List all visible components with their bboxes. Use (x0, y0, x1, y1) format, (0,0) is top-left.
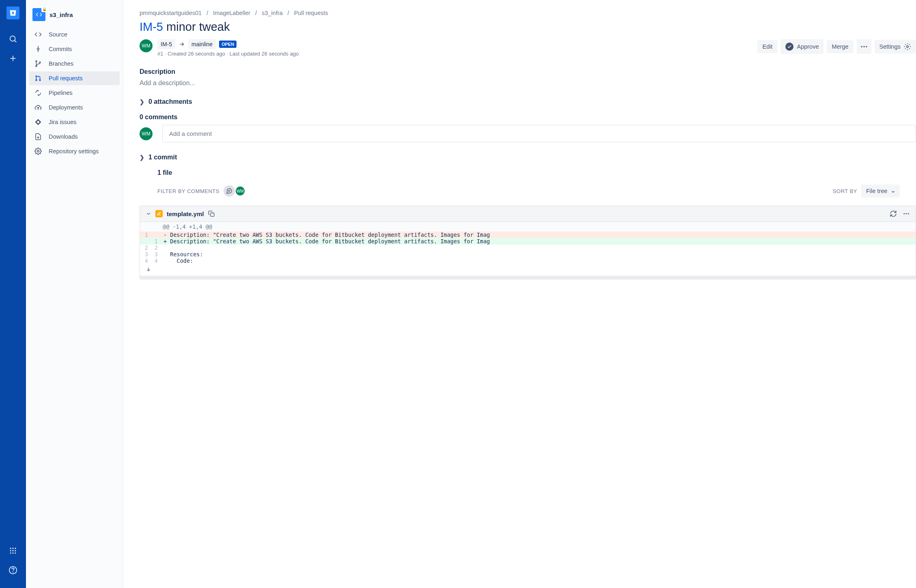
attachments-toggle[interactable]: ❯ 0 attachments (140, 98, 916, 105)
breadcrumb-section[interactable]: Pull requests (294, 10, 328, 16)
svg-point-35 (903, 213, 905, 215)
breadcrumb-workspace[interactable]: pmmquickstartguides01 (140, 10, 202, 16)
modified-badge-icon (155, 210, 163, 217)
pr-meta-row: WM IM-5 mainline OPEN #1 · Created 26 se… (140, 39, 916, 57)
svg-point-31 (907, 46, 909, 48)
diff-file-name[interactable]: template.yml (167, 210, 204, 217)
refresh-icon[interactable] (890, 210, 897, 217)
gear-icon (904, 43, 911, 50)
svg-point-15 (37, 48, 39, 50)
filter-all-comments-icon[interactable] (224, 185, 235, 197)
diff-line[interactable]: 1Description: "Create two AWS S3 buckets… (140, 238, 916, 245)
sidebar-item-downloads[interactable]: Downloads (29, 130, 120, 144)
sort-select[interactable]: File tree (861, 185, 900, 197)
apps-icon[interactable] (5, 543, 21, 559)
pr-state-badge: OPEN (219, 41, 237, 48)
sidebar-item-pull-requests[interactable]: Pull requests (29, 71, 120, 85)
diff-line[interactable]: 44 Code: (140, 258, 916, 264)
sidebar-item-label: Repository settings (49, 148, 99, 155)
filter-user-avatar[interactable]: WM (236, 187, 245, 195)
svg-point-37 (908, 213, 909, 215)
author-avatar[interactable]: WM (140, 39, 153, 52)
svg-point-30 (866, 46, 867, 47)
pull-request-icon (33, 75, 43, 82)
sidebar-item-deployments[interactable]: Deployments (29, 101, 120, 114)
svg-point-26 (37, 150, 39, 152)
commits-toggle[interactable]: ❯ 1 commit (140, 154, 916, 161)
repo-name: s3_infra (49, 11, 73, 18)
sidebar-item-pipelines[interactable]: Pipelines (29, 86, 120, 100)
horizontal-scrollbar[interactable] (140, 276, 916, 279)
sidebar-item-label: Pull requests (49, 75, 83, 82)
pr-title-text: minor tweak (163, 20, 230, 33)
source-icon (33, 31, 43, 38)
copy-icon[interactable] (208, 210, 215, 217)
svg-point-6 (15, 548, 16, 549)
svg-point-4 (10, 548, 11, 549)
comment-input[interactable]: Add a comment (162, 125, 916, 142)
sidebar-item-label: Commits (49, 46, 72, 52)
svg-point-20 (39, 62, 41, 63)
create-icon[interactable] (5, 50, 21, 67)
sidebar-item-label: Deployments (49, 104, 83, 111)
pipelines-icon (33, 89, 43, 97)
sidebar-item-label: Source (49, 31, 67, 38)
description-heading: Description (140, 68, 916, 75)
svg-point-7 (10, 550, 11, 551)
more-icon[interactable] (903, 210, 910, 217)
svg-rect-34 (211, 213, 214, 217)
breadcrumb-project[interactable]: ImageLabeller (213, 10, 250, 16)
comments-heading: 0 comments (140, 114, 916, 121)
description-placeholder[interactable]: Add a description... (140, 79, 916, 87)
dest-branch[interactable]: mainline (188, 39, 216, 49)
breadcrumb-repo[interactable]: s3_infra (262, 10, 283, 16)
diff-line[interactable]: 1Description: "Create two AWS S3 buckets… (140, 232, 916, 238)
svg-point-36 (906, 213, 907, 215)
settings-button[interactable]: Settings (875, 40, 916, 54)
svg-point-10 (10, 552, 11, 554)
sidebar-item-jira[interactable]: Jira issues (29, 115, 120, 129)
chevron-right-icon: ❯ (140, 154, 144, 161)
sidebar-item-source[interactable]: Source (29, 28, 120, 41)
svg-point-9 (15, 550, 16, 551)
download-icon (33, 133, 43, 140)
main-content: pmmquickstartguides01 / ImageLabeller / … (123, 0, 916, 588)
approve-button[interactable]: Approve (781, 39, 824, 54)
expand-context-button[interactable] (140, 264, 916, 276)
diff-hunk-header: @@ -1,4 +1,4 @@ (140, 222, 916, 232)
diff-file-header: template.yml (140, 206, 916, 222)
help-icon[interactable] (5, 562, 21, 578)
breadcrumb: pmmquickstartguides01 / ImageLabeller / … (140, 10, 916, 16)
files-heading: 1 file (157, 169, 916, 176)
sidebar-item-label: Downloads (49, 133, 78, 140)
sidebar-item-settings[interactable]: Repository settings (29, 144, 120, 158)
more-actions-button[interactable] (857, 39, 871, 54)
branch-icon (33, 60, 43, 67)
diff-line[interactable]: 22 (140, 245, 916, 251)
chevron-right-icon: ❯ (140, 99, 144, 105)
repo-header: 🔒 s3_infra (26, 8, 123, 28)
search-icon[interactable] (5, 31, 21, 47)
source-branch[interactable]: IM-5 (157, 39, 175, 49)
pr-key-link[interactable]: IM-5 (140, 20, 163, 33)
svg-point-29 (863, 46, 864, 47)
bitbucket-logo[interactable] (6, 6, 19, 19)
sidebar-item-label: Branches (49, 60, 73, 67)
svg-point-18 (36, 61, 37, 62)
svg-point-11 (12, 552, 13, 554)
pr-title: IM-5 minor tweak (140, 20, 916, 34)
sidebar-item-branches[interactable]: Branches (29, 57, 120, 71)
repo-avatar: 🔒 (32, 8, 45, 21)
sidebar-item-label: Jira issues (49, 119, 77, 125)
merge-button[interactable]: Merge (827, 40, 853, 53)
gear-icon (33, 148, 43, 155)
chevron-down-icon[interactable] (146, 211, 151, 217)
svg-point-5 (12, 548, 13, 549)
sort-label: SORT BY (833, 188, 857, 194)
sidebar-item-commits[interactable]: Commits (29, 42, 120, 56)
check-circle-icon (785, 43, 793, 51)
diff-line[interactable]: 33Resources: (140, 251, 916, 258)
edit-button[interactable]: Edit (757, 40, 777, 53)
current-user-avatar: WM (140, 127, 153, 140)
svg-point-8 (12, 550, 13, 551)
